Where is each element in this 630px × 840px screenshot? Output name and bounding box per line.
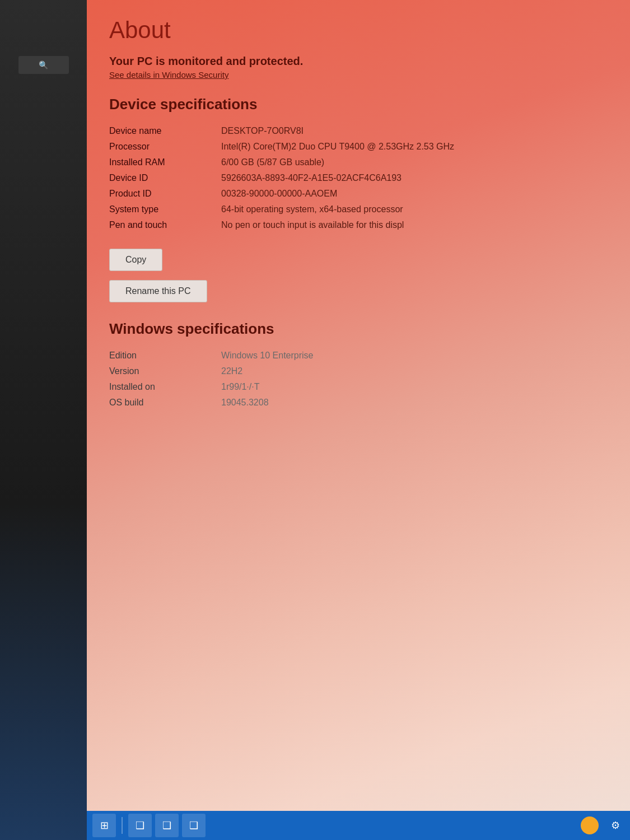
table-row: Device ID 5926603A-8893-40F2-A1E5-02ACF4… (109, 170, 608, 186)
taskbar-divider (122, 817, 123, 834)
security-headline: Your PC is monitored and protected. (109, 55, 608, 68)
taskbar-icon-2[interactable]: ❑ (155, 814, 179, 837)
table-row: System type 64-bit operating system, x64… (109, 202, 608, 217)
spec-label: Installed RAM (109, 155, 221, 170)
table-row: Edition Windows 10 Enterprise (109, 348, 608, 363)
security-banner: Your PC is monitored and protected. See … (109, 55, 608, 80)
taskbar: ⊞ ❑ ❑ ❑ ⚙ (87, 811, 630, 840)
table-row: Version 22H2 (109, 363, 608, 379)
rename-button[interactable]: Rename this PC (109, 280, 207, 302)
search-icon: 🔍 (39, 60, 48, 69)
spec-value: 5926603A-8893-40F2-A1E5-02ACF4C6A193 (221, 170, 608, 186)
taskbar-gear-icon[interactable]: ⚙ (606, 816, 624, 834)
win-spec-label: OS build (109, 395, 221, 410)
spec-label: Processor (109, 139, 221, 155)
win-spec-value: Windows 10 Enterprise (221, 348, 608, 363)
windows-specs-table: Edition Windows 10 Enterprise Version 22… (109, 348, 608, 410)
spec-value: 00328-90000-00000-AAOEM (221, 186, 608, 202)
table-row: Device name DESKTOP-7O0RV8I (109, 123, 608, 139)
spec-label: System type (109, 202, 221, 217)
table-row: Installed RAM 6/00 GB (5/87 GB usable) (109, 155, 608, 170)
taskbar-icon-3[interactable]: ❑ (182, 814, 206, 837)
spec-label: Pen and touch (109, 217, 221, 233)
search-box[interactable]: 🔍 (18, 56, 69, 74)
spec-value: Intel(R) Core(TM)2 Duo CPU T9400 @ 2.53G… (221, 139, 608, 155)
spec-value: 6/00 GB (5/87 GB usable) (221, 155, 608, 170)
spec-label: Product ID (109, 186, 221, 202)
spec-value: No pen or touch input is available for t… (221, 217, 608, 233)
spec-value: DESKTOP-7O0RV8I (221, 123, 608, 139)
taskbar-icon-1[interactable]: ❑ (128, 814, 152, 837)
page-title: About (109, 17, 608, 44)
sidebar: 🔍 (0, 0, 87, 840)
windows-specs-title: Windows specifications (109, 320, 608, 338)
main-content: About Your PC is monitored and protected… (87, 0, 630, 840)
spec-value: 64-bit operating system, x64-based proce… (221, 202, 608, 217)
security-link[interactable]: See details in Windows Security (109, 70, 228, 80)
copy-button[interactable]: Copy (109, 249, 162, 271)
table-row: OS build 19045.3208 (109, 395, 608, 410)
spec-label: Device ID (109, 170, 221, 186)
table-row: Pen and touch No pen or touch input is a… (109, 217, 608, 233)
table-row: Processor Intel(R) Core(TM)2 Duo CPU T94… (109, 139, 608, 155)
win-spec-label: Version (109, 363, 221, 379)
win-spec-value: 19045.3208 (221, 395, 608, 410)
taskbar-avatar[interactable] (581, 816, 599, 834)
win-spec-label: Edition (109, 348, 221, 363)
start-button[interactable]: ⊞ (92, 814, 116, 837)
win-spec-value: 22H2 (221, 363, 608, 379)
device-specs-table: Device name DESKTOP-7O0RV8I Processor In… (109, 123, 608, 233)
windows-specs-section: Windows specifications Edition Windows 1… (109, 320, 608, 410)
win-spec-value: 1r99/1·/·T (221, 379, 608, 395)
device-specs-title: Device specifications (109, 96, 608, 113)
win-spec-label: Installed on (109, 379, 221, 395)
table-row: Installed on 1r99/1·/·T (109, 379, 608, 395)
spec-label: Device name (109, 123, 221, 139)
buttons-section: Copy Rename this PC (109, 239, 608, 305)
table-row: Product ID 00328-90000-00000-AAOEM (109, 186, 608, 202)
